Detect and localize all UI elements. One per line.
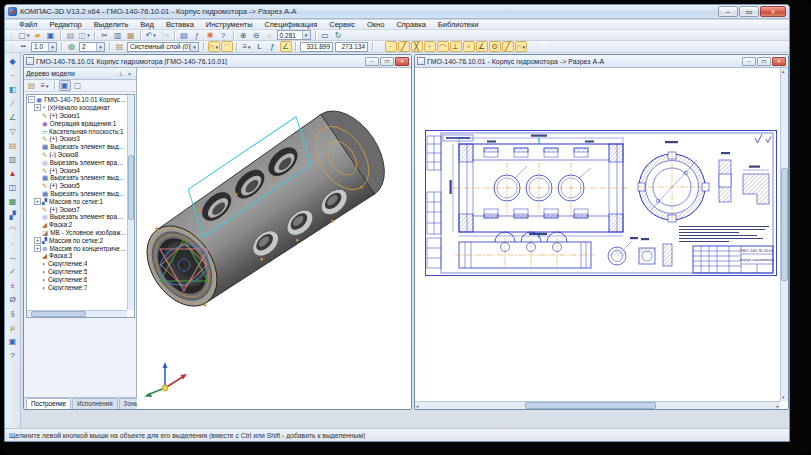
copy-button[interactable]: ▥ <box>112 30 124 41</box>
tree-expander[interactable]: + <box>34 245 41 252</box>
scrollbar-thumb[interactable] <box>525 402 656 409</box>
save-button[interactable]: ▣ <box>45 30 57 41</box>
tree-item[interactable]: +▦Вырезать элемент выдавливания:2 <box>28 174 127 182</box>
tree-item[interactable]: +◉Операция вращения:1 <box>28 119 127 127</box>
auxiliary-geometry-panel-button[interactable]: ∕ <box>6 97 19 110</box>
surfaces-panel-button[interactable]: ◧ <box>6 83 19 96</box>
macro-panel-button[interactable]: µ <box>6 321 19 334</box>
tree-expander[interactable]: + <box>34 104 41 111</box>
help-panel-button[interactable]: ? <box>6 349 19 362</box>
tree-item[interactable]: +◎Вырезать элемент вращения:2 <box>28 213 127 221</box>
tree-expander[interactable]: + <box>34 198 41 205</box>
open-document-button[interactable]: ▰ <box>32 30 44 41</box>
tree-expander[interactable]: − <box>28 96 35 103</box>
zoom-scale-combo[interactable]: 0.281▾ <box>277 30 311 40</box>
tree-item[interactable]: −▣ГМО-140-76.10.01 Корпус гидромотора <box>28 96 127 104</box>
model-document-titlebar[interactable]: ГМО-140-76.10.01 Корпус гидромотора [ГМО… <box>24 55 411 68</box>
redo-button[interactable]: ↷▾ <box>158 30 170 41</box>
dimensions-panel-button[interactable]: ↔ <box>6 251 19 264</box>
tools-panel-button[interactable]: § <box>6 307 19 320</box>
cut-button[interactable]: ✂ <box>99 30 111 41</box>
doc-close-button[interactable]: × <box>395 57 409 66</box>
scrollbar-thumb[interactable] <box>781 168 788 281</box>
zoom-area-button[interactable]: ◌ <box>263 30 275 41</box>
menu-item-Выделить[interactable]: Выделить <box>88 20 135 29</box>
model-3d-view[interactable] <box>137 68 411 409</box>
tree-item[interactable]: +✎(+) Эскиз1 <box>28 112 127 120</box>
minimize-button[interactable]: – <box>718 6 738 17</box>
current-layer-combo[interactable]: Системный слой (0)▾ <box>127 42 199 52</box>
tree-item[interactable]: +◢Фаска:3 <box>28 252 127 260</box>
toolbar-grip[interactable]: ⋮ <box>8 43 15 51</box>
snap-settings-button[interactable]: ∩▾ <box>515 41 527 52</box>
menu-item-Справка[interactable]: Справка <box>390 20 431 29</box>
menu-item-Вставка[interactable]: Вставка <box>160 20 200 29</box>
snap-tangent-button[interactable]: ◠ <box>437 41 449 52</box>
zoom-in-button[interactable]: ⊕ <box>237 30 249 41</box>
measurements-panel-button[interactable]: ∠ <box>6 111 19 124</box>
tree-expander[interactable]: + <box>34 237 41 244</box>
chevron-down-icon[interactable]: ▾ <box>27 32 30 38</box>
reports-panel-button[interactable]: ▥ <box>6 153 19 166</box>
zoom-out-button[interactable]: ⊖ <box>250 30 262 41</box>
rounding-button[interactable]: ◠ <box>221 41 233 52</box>
extra-button-1[interactable]: · <box>532 41 544 52</box>
tree-item[interactable]: +▱Касательная плоскость:1 <box>28 127 127 135</box>
new-document-button[interactable]: ▢▾ <box>18 30 31 41</box>
menu-item-Спецификация[interactable]: Спецификация <box>259 20 324 29</box>
snap-angular-button[interactable]: ∠ <box>476 41 488 52</box>
curves-panel-button[interactable]: ◠ <box>6 223 19 236</box>
tree-view-mode-button[interactable]: ≡▾ <box>39 80 51 91</box>
context-help-button[interactable]: ? <box>217 30 229 41</box>
coord-y-field[interactable]: 273.134 <box>335 42 368 52</box>
menu-item-Файл[interactable]: Файл <box>13 20 43 29</box>
tree-filter-button[interactable]: ▤ <box>26 80 38 91</box>
tree-item[interactable]: +▞Массив по сетке:2 <box>28 236 127 244</box>
paste-button[interactable]: ▦ <box>125 30 137 41</box>
tree-item[interactable]: +✎(+) Эскиз5 <box>28 182 127 190</box>
chevron-down-icon[interactable]: ▾ <box>216 44 219 50</box>
tree-item[interactable]: +✎(+) Эскиз4 <box>28 166 127 174</box>
line-style-combo[interactable]: 1.0▾ <box>31 42 57 52</box>
parameterization-panel-button[interactable]: ± <box>6 279 19 292</box>
chevron-down-icon[interactable]: ▾ <box>87 32 90 38</box>
spatial-curves-panel-button[interactable]: ~ <box>6 69 19 82</box>
tree-item[interactable]: +◗Скругление:7 <box>28 283 127 291</box>
menu-item-Редактор[interactable]: Редактор <box>43 20 87 29</box>
view-number-combo[interactable]: 2▾ <box>79 42 105 52</box>
scroll-up-icon[interactable]: ▴ <box>782 68 785 75</box>
tree-relations-button[interactable]: ▣ <box>59 80 71 91</box>
tree-item[interactable]: +▦Вырезать элемент выдавливания:3 <box>28 190 127 198</box>
close-button[interactable]: × <box>760 6 786 17</box>
scroll-right-icon[interactable]: ▸ <box>776 403 779 410</box>
model-3d-viewport[interactable] <box>137 68 411 409</box>
extra-button-2[interactable]: · <box>545 41 557 52</box>
toolbar-grip[interactable]: ⋮ <box>8 31 15 39</box>
snap-align-button[interactable]: ╱ <box>502 41 514 52</box>
local-csys-button[interactable]: L <box>254 41 266 52</box>
print-button[interactable]: ▤ <box>65 30 77 41</box>
tree-item[interactable]: +▞Массив по сетке:1 <box>28 197 127 205</box>
tree-item[interactable]: +✎(+) Эскиз7 <box>28 205 127 213</box>
panel-close-icon[interactable]: × <box>125 69 134 78</box>
snap-angle-button[interactable]: ∠ <box>280 41 292 52</box>
drawing-2d-view[interactable]: ГМО-140-76.10.01 Корпус гидромотора <box>425 130 777 276</box>
chevron-down-icon[interactable]: ▾ <box>248 44 251 50</box>
snap-normal-button[interactable]: ⊥ <box>450 41 462 52</box>
snap-nearest-point-button[interactable]: · <box>385 41 397 52</box>
snap-midpoint-button[interactable]: ╱ <box>398 41 410 52</box>
tree-item[interactable]: +▦Вырезать элемент выдавливания:1 <box>28 143 127 151</box>
layers-button[interactable]: ▤ <box>114 41 126 52</box>
snap-intersection-button[interactable]: ╳ <box>411 41 423 52</box>
properties-button[interactable]: ✱ <box>204 30 216 41</box>
specification-panel-button[interactable]: ▤ <box>6 139 19 152</box>
filters-panel-button[interactable]: ▽ <box>6 125 19 138</box>
scrollbar-thumb[interactable] <box>31 311 86 317</box>
scroll-down-icon[interactable]: ▾ <box>782 394 785 401</box>
drawing-document-titlebar[interactable]: ГМО-140-76.10.01 - Корпус гидромотора ->… <box>415 55 788 68</box>
chevron-down-icon[interactable]: ▾ <box>302 31 310 39</box>
library-panel-button[interactable]: ▣ <box>6 335 19 348</box>
chevron-down-icon[interactable]: ▾ <box>523 44 526 50</box>
doc-minimize-button[interactable]: – <box>365 57 379 66</box>
drawing-vertical-scrollbar[interactable]: ▴ ▾ <box>780 68 788 401</box>
